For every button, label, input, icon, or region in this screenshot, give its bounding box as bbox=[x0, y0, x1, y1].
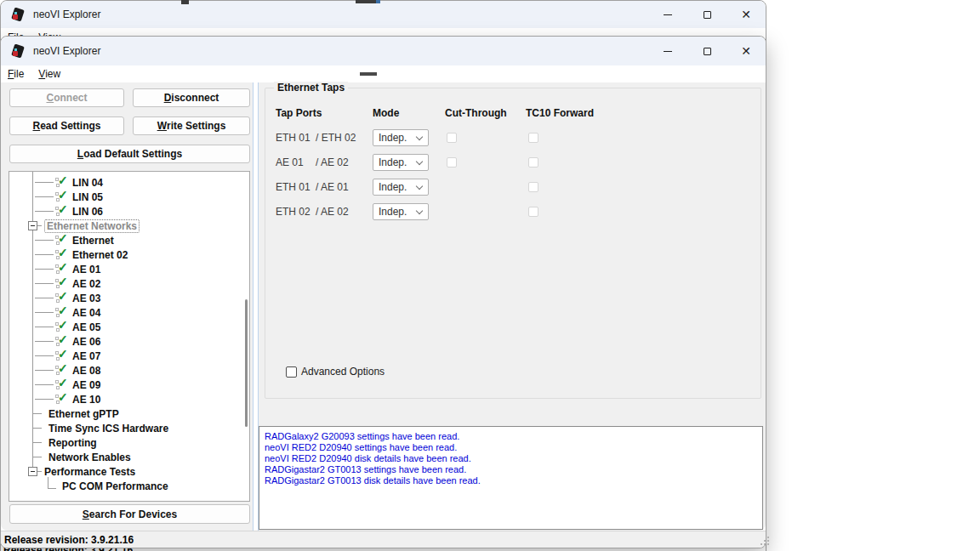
disconnect-button[interactable]: Disconnect bbox=[133, 88, 250, 107]
tree-item-label: Ethernet 02 bbox=[72, 249, 128, 261]
close-button[interactable]: ✕ bbox=[726, 37, 766, 65]
tree-item-lin-05[interactable]: ✓LIN 05 bbox=[9, 190, 249, 204]
tree-item-ethernet[interactable]: ✓Ethernet bbox=[9, 233, 249, 247]
ethernet-taps-groupbox: Ethernet Taps Tap Ports Mode Cut-Through… bbox=[265, 88, 761, 399]
tap-ports-label: ETH 01/ AE 01 bbox=[276, 181, 349, 193]
window-fragment bbox=[356, 0, 376, 3]
panel-splitter[interactable] bbox=[253, 82, 259, 531]
tree-item-ae-07[interactable]: ✓AE 07 bbox=[9, 349, 249, 363]
app-icon bbox=[11, 44, 26, 59]
tree-item-time-sync-ics-hardware[interactable]: Time Sync ICS Hardware bbox=[9, 421, 249, 435]
chevron-down-icon bbox=[416, 207, 423, 213]
device-tree[interactable]: ✓LIN 04✓LIN 05✓LIN 06Ethernet Networks✓E… bbox=[9, 171, 250, 502]
advanced-options-label: Advanced Options bbox=[301, 366, 385, 378]
app-icon bbox=[11, 8, 26, 22]
tree-item-ae-09[interactable]: ✓AE 09 bbox=[9, 378, 249, 392]
tap-ports-label: ETH 02/ AE 02 bbox=[276, 206, 349, 218]
column-header-cut-through: Cut-Through bbox=[445, 107, 507, 119]
tc10-forward-checkbox[interactable] bbox=[528, 207, 538, 217]
titlebar[interactable]: neoVI Explorer ✕ bbox=[1, 37, 766, 65]
tree-item-label: LIN 04 bbox=[72, 177, 103, 189]
mode-select[interactable]: Indep. bbox=[373, 179, 429, 196]
tree-item-label: AE 06 bbox=[72, 336, 100, 348]
maximize-icon bbox=[704, 48, 711, 55]
tap-row-4: ETH 02/ AE 02Indep. bbox=[265, 203, 761, 222]
tap-row-3: ETH 01/ AE 01Indep. bbox=[265, 179, 761, 197]
tree-item-label: Ethernet bbox=[72, 235, 114, 247]
minimize-button[interactable] bbox=[648, 1, 687, 28]
tc10-forward-checkbox[interactable] bbox=[528, 133, 538, 143]
tree-item-network-enables[interactable]: Network Enables bbox=[9, 450, 249, 464]
advanced-options: Advanced Options bbox=[286, 366, 385, 378]
tree-item-label: AE 07 bbox=[72, 350, 100, 362]
read-settings-button[interactable]: Read Settings bbox=[9, 116, 124, 135]
tree-item-ae-02[interactable]: ✓AE 02 bbox=[9, 276, 249, 291]
tree-item-ae-03[interactable]: ✓AE 03 bbox=[9, 291, 249, 305]
tree-item-ae-04[interactable]: ✓AE 04 bbox=[9, 305, 249, 320]
tap-row-1: ETH 01/ ETH 02Indep. bbox=[265, 129, 761, 148]
mode-select[interactable]: Indep. bbox=[373, 203, 429, 220]
right-panel: Ethernet Taps Tap Ports Mode Cut-Through… bbox=[259, 82, 765, 531]
log-line: RADGalaxy2 G20093 settings have been rea… bbox=[265, 431, 762, 442]
network-enabled-check-icon: ✓ bbox=[55, 378, 70, 391]
window-fragment bbox=[181, 0, 189, 4]
minimize-icon bbox=[664, 14, 672, 15]
tc10-forward-checkbox[interactable] bbox=[528, 157, 538, 168]
tree-item-label: LIN 05 bbox=[72, 191, 103, 203]
window-title: neoVI Explorer bbox=[33, 45, 100, 57]
mode-select[interactable]: Indep. bbox=[373, 129, 429, 146]
network-enabled-check-icon: ✓ bbox=[55, 393, 70, 406]
log-line: RADGigastar2 GT0013 settings have been r… bbox=[265, 464, 762, 475]
maximize-button[interactable] bbox=[687, 1, 726, 28]
left-panel: Connect Disconnect Read Settings Write S… bbox=[1, 82, 253, 531]
network-enabled-check-icon: ✓ bbox=[55, 248, 70, 261]
column-header-tap-ports: Tap Ports bbox=[276, 107, 322, 119]
tree-item-ae-08[interactable]: ✓AE 08 bbox=[9, 363, 249, 378]
mode-select[interactable]: Indep. bbox=[373, 154, 429, 171]
menu-file[interactable]: File bbox=[8, 68, 24, 80]
log-line: neoVI RED2 D20940 settings have been rea… bbox=[265, 442, 762, 453]
groupbox-title: Ethernet Taps bbox=[274, 82, 348, 94]
cut-through-checkbox[interactable] bbox=[447, 133, 457, 143]
tree-item-ethernet-gptp[interactable]: Ethernet gPTP bbox=[9, 406, 249, 421]
resize-grip-icon[interactable] bbox=[761, 543, 762, 545]
tree-item-lin-06[interactable]: ✓LIN 06 bbox=[9, 204, 249, 219]
network-enabled-check-icon: ✓ bbox=[55, 263, 70, 276]
tree-item-ae-01[interactable]: ✓AE 01 bbox=[9, 262, 249, 276]
tree-item-performance-tests[interactable]: Performance Tests bbox=[9, 464, 249, 479]
network-enabled-check-icon: ✓ bbox=[55, 364, 70, 377]
network-enabled-check-icon: ✓ bbox=[55, 292, 70, 304]
tree-item-label: Network Enables bbox=[48, 452, 131, 463]
tree-item-label: AE 10 bbox=[72, 394, 100, 406]
tree-item-ae-06[interactable]: ✓AE 06 bbox=[9, 334, 249, 349]
advanced-options-checkbox[interactable] bbox=[286, 366, 297, 378]
window-fragment bbox=[376, 0, 380, 3]
neovi-explorer-window: neoVI Explorer ✕ FileView Connect Discon… bbox=[0, 36, 766, 548]
close-button[interactable]: ✕ bbox=[726, 1, 766, 28]
tree-item-ae-10[interactable]: ✓AE 10 bbox=[9, 392, 249, 406]
maximize-button[interactable] bbox=[687, 37, 726, 65]
minimize-icon bbox=[664, 51, 672, 52]
collapse-minus-icon[interactable] bbox=[28, 221, 37, 230]
tc10-forward-checkbox[interactable] bbox=[528, 182, 538, 192]
load-default-settings-button[interactable]: Load Default Settings bbox=[9, 145, 250, 163]
window-fragment bbox=[360, 72, 377, 76]
minimize-button[interactable] bbox=[648, 37, 687, 65]
search-for-devices-button[interactable]: Search For Devices bbox=[9, 504, 250, 524]
tree-item-ethernet-networks[interactable]: Ethernet Networks bbox=[9, 219, 249, 233]
collapse-minus-icon[interactable] bbox=[28, 467, 37, 476]
write-settings-button[interactable]: Write Settings bbox=[133, 116, 250, 135]
tap-ports-label: ETH 01/ ETH 02 bbox=[276, 132, 356, 144]
tree-item-ethernet-02[interactable]: ✓Ethernet 02 bbox=[9, 247, 249, 262]
network-enabled-check-icon: ✓ bbox=[55, 306, 70, 319]
cut-through-checkbox[interactable] bbox=[447, 157, 457, 168]
tree-item-reporting[interactable]: Reporting bbox=[9, 435, 249, 450]
message-log[interactable]: RADGalaxy2 G20093 settings have been rea… bbox=[259, 426, 763, 530]
connect-button[interactable]: Connect bbox=[9, 88, 124, 107]
network-enabled-check-icon: ✓ bbox=[55, 349, 70, 362]
tree-item-pc-com-performance[interactable]: PC COM Performance bbox=[9, 479, 249, 493]
tree-item-lin-04[interactable]: ✓LIN 04 bbox=[9, 175, 249, 190]
back-window-controls: ✕ bbox=[648, 1, 766, 28]
menu-view[interactable]: View bbox=[38, 68, 60, 80]
tree-item-ae-05[interactable]: ✓AE 05 bbox=[9, 320, 249, 334]
